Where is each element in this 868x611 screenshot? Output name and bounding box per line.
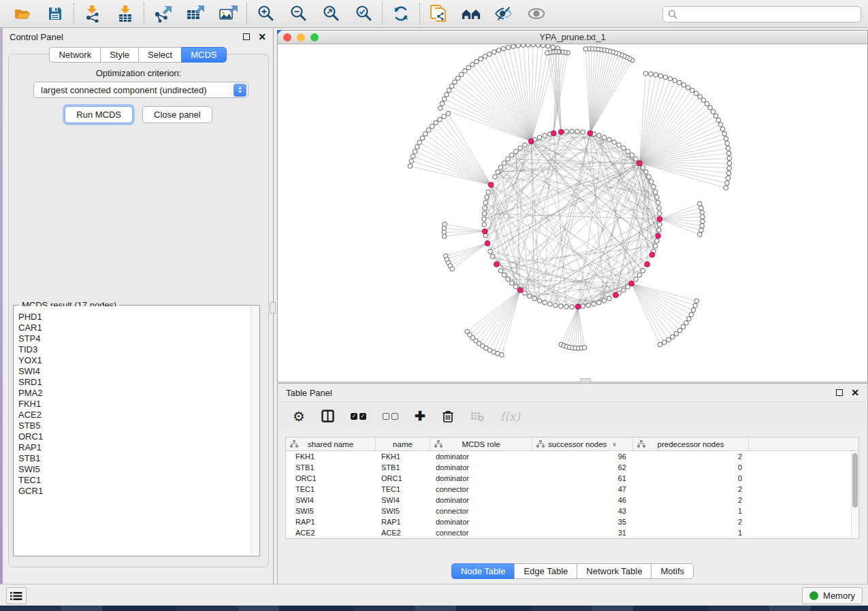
refresh-view-icon[interactable]	[391, 4, 411, 23]
table-row[interactable]: TEC1TEC1connector472	[286, 484, 851, 495]
show-columns-icon[interactable]	[321, 410, 334, 423]
minimize-traffic-light[interactable]	[297, 33, 305, 42]
toolbar-group-import	[74, 4, 144, 23]
mcds-result-item[interactable]: STB1	[14, 453, 259, 464]
first-neighbors-icon[interactable]	[462, 4, 481, 23]
float-window-icon[interactable]	[836, 389, 843, 396]
tab-node-table[interactable]: Node Table	[451, 563, 515, 579]
network-canvas[interactable]	[278, 44, 867, 382]
column-header-MCDS-role[interactable]: MCDS role	[430, 437, 532, 450]
zoom-out-icon[interactable]	[289, 4, 308, 23]
memory-label: Memory	[823, 591, 855, 601]
mcds-result-item[interactable]: TEC1	[14, 475, 259, 486]
mcds-result-item[interactable]: TID3	[14, 344, 259, 355]
dropdown-stepper-icon: ▲▼	[234, 84, 246, 97]
tab-select[interactable]: Select	[138, 47, 181, 63]
table-row[interactable]: ACE2ACE2connector311	[286, 527, 851, 538]
show-task-history-button[interactable]	[6, 587, 27, 604]
mcds-result-item[interactable]: PHD1	[14, 312, 259, 323]
table-panel-title: Table Panel	[286, 388, 836, 398]
table-cell: connector	[430, 485, 532, 493]
table-cell: 2	[633, 496, 749, 504]
column-header-predecessor-nodes[interactable]: predecessor nodes	[633, 437, 749, 450]
mcds-result-item[interactable]: SWI5	[14, 464, 259, 475]
search-icon	[668, 10, 677, 19]
table-row[interactable]: RAP1RAP1dominator352	[286, 516, 851, 527]
delete-column-trash-icon[interactable]	[442, 410, 454, 423]
zoom-selected-icon[interactable]	[354, 4, 373, 23]
table-cell: RAP1	[376, 518, 430, 526]
open-session-icon[interactable]	[13, 4, 32, 23]
column-header-successor-nodes[interactable]: successor nodes∨	[532, 437, 633, 450]
mcds-result-item[interactable]: YOX1	[14, 355, 259, 366]
tab-network-table[interactable]: Network Table	[577, 563, 651, 579]
export-image-icon[interactable]	[219, 4, 238, 23]
table-row[interactable]: FKH1FKH1dominator962	[286, 451, 851, 462]
tab-mcds[interactable]: MCDS	[181, 47, 226, 63]
table-scrollbar-track[interactable]	[851, 451, 858, 538]
table-cell: SWI4	[376, 496, 430, 504]
maximize-traffic-light[interactable]	[310, 33, 319, 42]
mcds-result-item[interactable]: FKH1	[14, 399, 259, 410]
save-session-icon[interactable]	[46, 4, 65, 23]
table-cell: dominator	[430, 496, 532, 504]
table-cell: FKH1	[376, 452, 430, 461]
column-header-shared-name[interactable]: shared name	[286, 437, 376, 450]
horizontal-splitter-handle[interactable]	[580, 378, 591, 382]
mcds-result-item[interactable]: PMA2	[14, 388, 259, 399]
network-window-titlebar[interactable]: YPA_prune.txt_1	[278, 31, 867, 44]
table-row[interactable]: SWI4SWI4dominator462	[286, 495, 851, 506]
mcds-result-list[interactable]: PHD1CAR1STP4TID3YOX1SWI4SRD1PMA2FKH1ACE2…	[14, 306, 259, 555]
close-panel-icon[interactable]: ✕	[258, 33, 266, 40]
memory-button[interactable]: Memory	[802, 587, 863, 604]
close-panel-icon[interactable]: ✕	[851, 389, 859, 396]
table-row[interactable]: SWI5SWI5connector431	[286, 506, 851, 516]
create-column-icon[interactable]: ✚	[415, 410, 425, 423]
select-all-icon[interactable]: ✓✓	[351, 413, 366, 420]
export-network-icon[interactable]	[153, 4, 172, 23]
tab-edge-table[interactable]: Edge Table	[514, 563, 577, 579]
import-table-icon[interactable]	[116, 4, 135, 23]
export-table-icon[interactable]	[186, 4, 205, 23]
network-graph[interactable]	[278, 44, 867, 382]
network-from-selection-icon[interactable]	[429, 4, 448, 23]
delete-table-icon	[470, 411, 484, 422]
vertical-splitter-handle[interactable]	[270, 302, 276, 314]
tab-network[interactable]: Network	[49, 47, 100, 63]
mcds-result-item[interactable]: ACE2	[14, 410, 259, 420]
table-cell: 0	[633, 474, 749, 482]
mcds-result-item[interactable]: CAR1	[14, 323, 259, 333]
search-input[interactable]	[681, 9, 861, 20]
close-panel-button[interactable]: Close panel	[142, 106, 212, 123]
tab-style[interactable]: Style	[100, 47, 138, 63]
mcds-result-item[interactable]: ORC1	[14, 431, 259, 442]
show-all-icon[interactable]	[527, 4, 546, 23]
hide-selected-icon[interactable]	[494, 4, 513, 23]
close-traffic-light[interactable]	[283, 33, 291, 42]
search-box[interactable]	[662, 6, 861, 22]
table-row[interactable]: STB1STB1dominator620	[286, 462, 851, 473]
tab-motifs[interactable]: Motifs	[651, 563, 694, 579]
table-cell: RAP1	[286, 518, 376, 526]
mcds-result-item[interactable]: STP4	[14, 333, 259, 344]
run-mcds-button[interactable]: Run MCDS	[65, 106, 133, 123]
table-settings-gear-icon[interactable]: ⚙	[293, 410, 305, 423]
float-window-icon[interactable]	[243, 33, 250, 40]
import-network-icon[interactable]	[83, 4, 102, 23]
toolbar-group-zoom	[247, 4, 382, 23]
zoom-fit-icon[interactable]	[321, 4, 340, 23]
column-header-name[interactable]: name	[376, 437, 430, 450]
table-scrollbar-thumb[interactable]	[852, 453, 858, 508]
deselect-all-icon[interactable]	[383, 413, 398, 420]
criterion-dropdown[interactable]: largest connected component (undirected)…	[33, 82, 248, 98]
mcds-result-item[interactable]: SRD1	[14, 377, 259, 388]
list-scrollbar-track[interactable]	[251, 306, 259, 555]
mcds-result-item[interactable]: GCR1	[14, 486, 259, 497]
mcds-result-item[interactable]: STB5	[14, 420, 259, 431]
zoom-in-icon[interactable]	[256, 4, 275, 23]
mcds-result-item[interactable]: RAP1	[14, 442, 259, 453]
table-cell: dominator	[430, 452, 532, 461]
mcds-result-item[interactable]: SWI4	[14, 366, 259, 377]
table-row[interactable]: ORC1ORC1dominator610	[286, 473, 851, 484]
table-cell: dominator	[430, 463, 532, 472]
